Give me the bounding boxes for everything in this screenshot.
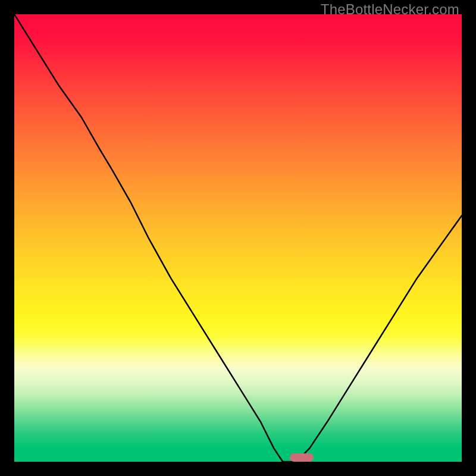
bottleneck-path — [14, 14, 462, 462]
chart-frame: TheBottleNecker.com — [0, 0, 476, 476]
watermark-text: TheBottleNecker.com — [321, 1, 459, 18]
target-marker — [290, 453, 314, 462]
bottleneck-curve — [14, 14, 462, 462]
plot-area — [14, 14, 462, 462]
